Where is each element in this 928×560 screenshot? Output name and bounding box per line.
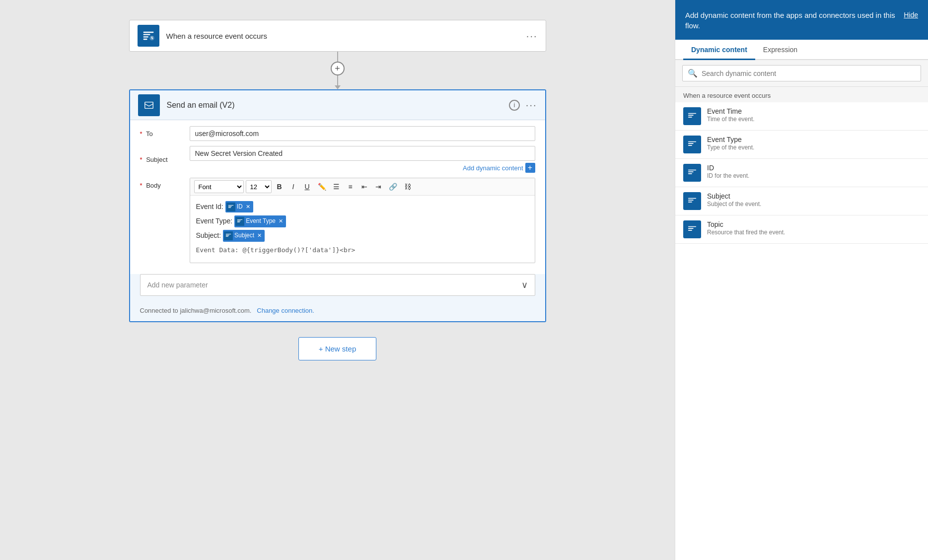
subject-input[interactable] bbox=[190, 146, 535, 161]
event-id-label: Event Id: bbox=[196, 201, 223, 213]
id-dynamic-icon bbox=[683, 164, 701, 182]
to-row: * To bbox=[140, 126, 535, 141]
connector-line-top bbox=[337, 52, 338, 62]
action-title: Send an email (V2) bbox=[167, 101, 509, 110]
connected-footer: Connected to jalichwa@microsoft.com. Cha… bbox=[130, 302, 545, 321]
connector-line-bottom bbox=[337, 75, 338, 85]
unlink-button[interactable]: ⛓ bbox=[402, 180, 414, 193]
tab-expression[interactable]: Expression bbox=[755, 40, 805, 60]
body-content-area[interactable]: Event Id: ID ✕ bbox=[190, 196, 535, 263]
body-line-1: Event Id: ID ✕ bbox=[196, 201, 529, 213]
action-card-header: Send an email (V2) i ··· bbox=[130, 90, 545, 120]
body-line-2: Event Type: Event Type ✕ bbox=[196, 215, 529, 227]
underline-button[interactable]: U bbox=[301, 180, 313, 193]
trigger-menu[interactable]: ··· bbox=[526, 30, 538, 42]
body-label: * Body bbox=[140, 178, 190, 189]
dynamic-item-event-time[interactable]: Event Time Time of the event. bbox=[675, 102, 928, 131]
search-icon: 🔍 bbox=[688, 69, 698, 78]
new-step-button[interactable]: + New step bbox=[298, 337, 376, 360]
body-editor[interactable]: Font 12 B I U ✏️ ☰ ≡ ⇤ ⇥ 🔗 bbox=[190, 178, 535, 263]
section-header: When a resource event occurs bbox=[675, 87, 928, 102]
connected-text: Connected to jalichwa@microsoft.com. bbox=[140, 307, 252, 314]
event-type-token-label: Event Type bbox=[246, 216, 276, 227]
tab-dynamic-content[interactable]: Dynamic content bbox=[683, 40, 755, 60]
dynamic-content-list: Event Time Time of the event. Event Type… bbox=[675, 102, 928, 244]
topic-text: Topic Resource that fired the event. bbox=[707, 220, 920, 236]
action-menu[interactable]: ··· bbox=[526, 99, 537, 111]
connector-arrow bbox=[335, 85, 341, 89]
dynamic-item-id[interactable]: ID ID for the event. bbox=[675, 159, 928, 187]
event-type-label: Event Type: bbox=[196, 215, 233, 227]
panel-header: Add dynamic content from the apps and co… bbox=[675, 0, 928, 40]
dynamic-item-topic[interactable]: Topic Resource that fired the event. bbox=[675, 215, 928, 244]
chevron-down-icon: ∨ bbox=[521, 280, 528, 290]
trigger-card[interactable]: When a resource event occurs ··· bbox=[129, 20, 546, 52]
to-required: * bbox=[140, 130, 143, 138]
subject-token-label: Subject bbox=[234, 230, 254, 241]
unordered-list-button[interactable]: ☰ bbox=[331, 180, 343, 193]
link-button[interactable]: 🔗 bbox=[386, 180, 400, 193]
id-token[interactable]: ID ✕ bbox=[225, 201, 253, 213]
id-token-label: ID bbox=[237, 202, 243, 212]
change-connection-link[interactable]: Change connection. bbox=[257, 307, 314, 314]
event-time-text: Event Time Time of the event. bbox=[707, 107, 920, 123]
info-button[interactable]: i bbox=[509, 100, 520, 111]
add-param-row[interactable]: Add new parameter ∨ bbox=[140, 274, 535, 296]
add-param-label: Add new parameter bbox=[147, 281, 521, 289]
panel-header-text: Add dynamic content from the apps and co… bbox=[685, 10, 896, 31]
action-header-icons: i ··· bbox=[509, 99, 537, 111]
panel-search: 🔍 bbox=[675, 60, 928, 87]
event-type-token-remove[interactable]: ✕ bbox=[279, 216, 283, 226]
bold-button[interactable]: B bbox=[274, 180, 286, 193]
action-card: Send an email (V2) i ··· * To * Subject bbox=[129, 89, 546, 322]
event-type-text: Event Type Type of the event. bbox=[707, 136, 920, 151]
body-line-4: Event Data: @{triggerBody()?['data']}<br… bbox=[196, 244, 529, 256]
subject-label: * Subject bbox=[140, 156, 190, 163]
indent-right-button[interactable]: ⇥ bbox=[372, 180, 384, 193]
svg-rect-11 bbox=[687, 224, 698, 235]
svg-rect-4 bbox=[227, 204, 234, 210]
event-data-expression: Event Data: @{triggerBody()?['data']}<br… bbox=[196, 244, 356, 256]
id-token-icon bbox=[226, 203, 235, 211]
event-type-icon bbox=[683, 136, 701, 153]
right-panel: Add dynamic content from the apps and co… bbox=[675, 0, 928, 560]
highlight-button[interactable]: ✏️ bbox=[315, 180, 329, 193]
subject-text: Subject Subject of the event. bbox=[707, 192, 920, 208]
event-type-token[interactable]: Event Type ✕ bbox=[234, 215, 286, 227]
subject-token[interactable]: Subject ✕ bbox=[223, 230, 265, 242]
event-type-token-icon bbox=[235, 217, 244, 226]
search-input-wrap: 🔍 bbox=[682, 65, 921, 81]
svg-rect-9 bbox=[687, 167, 698, 178]
font-select[interactable]: Font bbox=[194, 180, 244, 193]
italic-button[interactable]: I bbox=[287, 180, 299, 193]
topic-dynamic-icon bbox=[683, 220, 701, 238]
subject-container: Add dynamic content + bbox=[190, 146, 535, 173]
svg-rect-8 bbox=[687, 139, 698, 150]
body-line-3: Subject: Subject ✕ bbox=[196, 229, 529, 242]
subject-dynamic-icon bbox=[683, 192, 701, 210]
indent-left-button[interactable]: ⇤ bbox=[358, 180, 370, 193]
subject-row: * Subject Add dynamic content + bbox=[140, 146, 535, 173]
subject-token-remove[interactable]: ✕ bbox=[257, 231, 262, 241]
action-icon bbox=[138, 94, 160, 116]
to-input[interactable] bbox=[190, 126, 535, 141]
event-time-icon bbox=[683, 107, 701, 125]
dynamic-item-event-type[interactable]: Event Type Type of the event. bbox=[675, 131, 928, 159]
subject-required: * bbox=[140, 156, 143, 163]
dynamic-item-subject[interactable]: Subject Subject of the event. bbox=[675, 187, 928, 215]
panel-tabs: Dynamic content Expression bbox=[675, 40, 928, 60]
add-dynamic-content-link[interactable]: Add dynamic content + bbox=[190, 163, 535, 173]
add-step-button[interactable]: + bbox=[331, 62, 345, 75]
ordered-list-button[interactable]: ≡ bbox=[345, 180, 357, 193]
add-dynamic-btn[interactable]: + bbox=[525, 163, 535, 173]
font-size-select[interactable]: 12 bbox=[246, 180, 272, 193]
panel-hide-button[interactable]: Hide bbox=[904, 11, 918, 19]
trigger-title: When a resource event occurs bbox=[166, 32, 526, 40]
subject-token-icon bbox=[224, 231, 233, 240]
search-input[interactable] bbox=[702, 70, 916, 77]
trigger-icon bbox=[138, 25, 159, 47]
svg-rect-5 bbox=[236, 218, 243, 225]
id-token-remove[interactable]: ✕ bbox=[246, 202, 250, 212]
connector: + bbox=[331, 52, 345, 89]
body-required: * bbox=[140, 182, 143, 189]
